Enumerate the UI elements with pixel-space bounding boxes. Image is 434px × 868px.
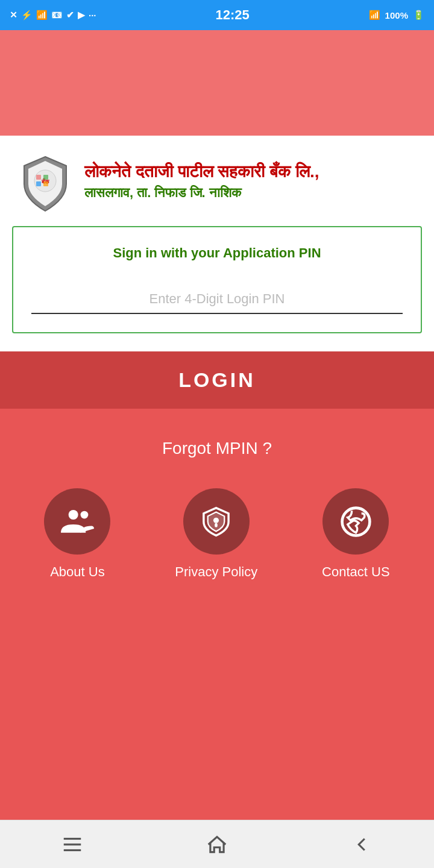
pin-input[interactable]	[31, 285, 403, 314]
menu-nav-button[interactable]	[54, 826, 90, 863]
svg-rect-5	[43, 181, 48, 186]
about-us-item[interactable]: About Us	[44, 488, 110, 580]
login-button-container[interactable]: LOGIN	[0, 351, 434, 409]
svg-point-7	[80, 511, 88, 518]
privacy-policy-icon-circle	[183, 488, 250, 555]
menu-icon	[61, 833, 84, 856]
pin-box-title: Sign in with your Application PIN	[31, 245, 403, 261]
back-icon	[350, 833, 373, 856]
svg-rect-9	[215, 523, 218, 527]
svg-point-6	[69, 510, 78, 520]
status-time: 12:25	[215, 7, 249, 23]
forgot-mpin-link[interactable]: Forgot MPIN ?	[162, 439, 272, 458]
status-right-icons: 📶 100% 🔋	[369, 10, 424, 20]
about-us-icon-circle	[44, 488, 110, 555]
svg-point-8	[213, 517, 219, 523]
privacy-policy-item[interactable]: Privacy Policy	[175, 488, 257, 580]
bottom-section: LOGIN Forgot MPIN ? About Us	[0, 351, 434, 820]
about-us-label: About Us	[50, 564, 105, 580]
contact-us-icon-circle	[322, 488, 389, 555]
bottom-icons-row: About Us Privacy Policy	[0, 488, 434, 580]
bank-logo: बँक	[18, 154, 72, 208]
bank-name-marathi: लोकनेते दताजी पाटील सहकारी बँक लि.,	[84, 161, 319, 183]
svg-rect-3	[43, 175, 48, 180]
privacy-policy-label: Privacy Policy	[175, 564, 257, 580]
bank-name-container: लोकनेते दताजी पाटील सहकारी बँक लि., लासल…	[84, 161, 319, 201]
users-icon	[61, 505, 94, 538]
login-button-text[interactable]: LOGIN	[0, 368, 434, 392]
back-nav-button[interactable]	[344, 826, 380, 863]
contact-us-item[interactable]: Contact US	[322, 488, 390, 580]
svg-rect-4	[36, 181, 41, 186]
svg-rect-2	[36, 175, 41, 180]
nav-bar	[0, 820, 434, 868]
contact-us-label: Contact US	[322, 564, 390, 580]
status-icons: ✕ ⚡ 📶 📧 ✔ ▶ ···	[10, 10, 96, 20]
logo-section: बँक लोकनेते दताजी पाटील सहकारी बँक लि., …	[0, 136, 434, 220]
login-form-section: Sign in with your Application PIN	[0, 220, 434, 351]
home-nav-button[interactable]	[199, 826, 235, 863]
shield-privacy-icon	[200, 505, 233, 538]
phone-icon	[339, 505, 373, 538]
pin-box: Sign in with your Application PIN	[12, 226, 422, 333]
bank-location: लासलगाव, ता. निफाड जि. नाशिक	[84, 185, 319, 201]
battery-percentage: 100%	[385, 10, 408, 20]
home-icon	[206, 833, 228, 856]
header-pink-area	[0, 30, 434, 136]
status-bar: ✕ ⚡ 📶 📧 ✔ ▶ ··· 12:25 📶 100% 🔋	[0, 0, 434, 30]
